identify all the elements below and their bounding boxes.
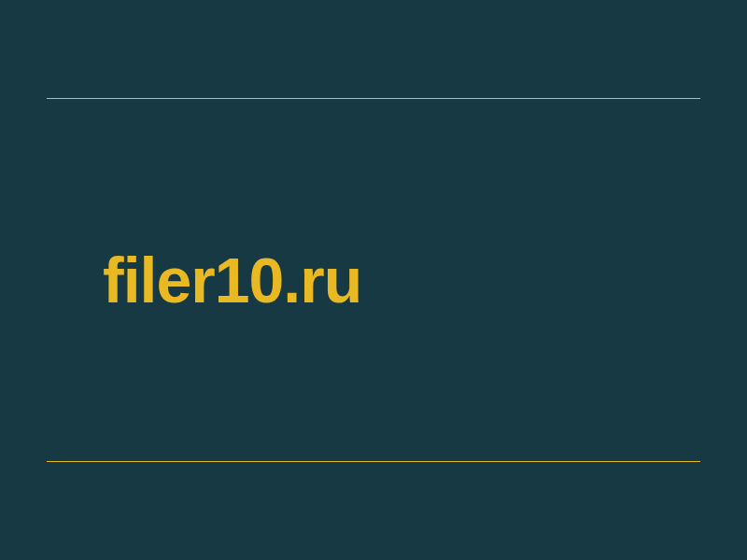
content-area: filer10.ru bbox=[47, 99, 700, 461]
main-container: filer10.ru bbox=[47, 98, 700, 462]
domain-text: filer10.ru bbox=[103, 244, 700, 316]
bottom-divider bbox=[47, 461, 700, 462]
